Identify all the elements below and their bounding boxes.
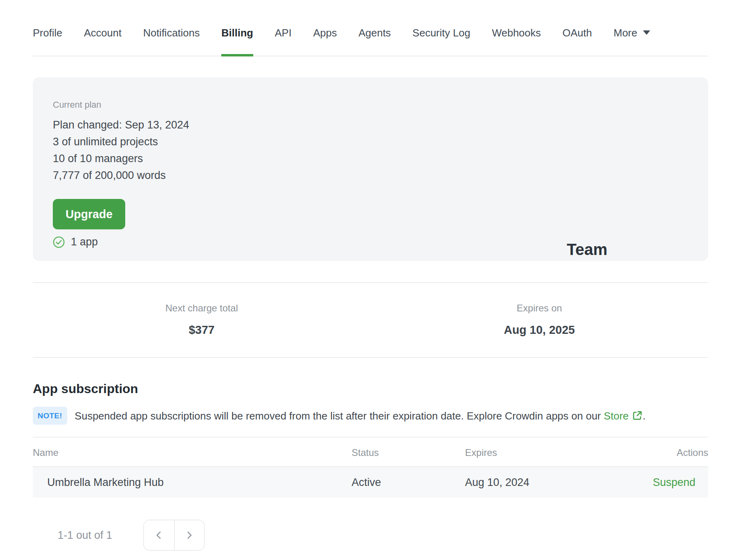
tab-billing-label: Billing (221, 27, 253, 39)
app-name-cell: Umbrella Marketing Hub (33, 476, 352, 489)
header-expires: Expires (465, 438, 633, 466)
apps-summary-label: 1 app (71, 236, 98, 248)
tab-account[interactable]: Account (84, 26, 122, 56)
table-header-row: Name Status Expires Actions (33, 438, 708, 467)
next-charge-label: Next charge total (33, 302, 371, 314)
subscription-note: NOTE! Suspended app subscriptions will b… (33, 407, 708, 425)
next-charge-value: $377 (33, 323, 371, 337)
pagination: 1-1 out of 1 (33, 520, 708, 551)
tab-profile[interactable]: Profile (33, 26, 62, 56)
store-link[interactable]: Store (604, 410, 629, 422)
chevron-left-icon (154, 531, 163, 540)
chevron-right-icon (185, 531, 194, 540)
tab-more[interactable]: More (613, 26, 650, 56)
tab-security-log[interactable]: Security Log (413, 26, 471, 56)
active-tab-underline (221, 54, 253, 56)
tab-billing[interactable]: Billing (221, 26, 253, 56)
managers-usage: 10 of 10 managers (53, 150, 708, 167)
chevron-down-icon (643, 30, 650, 35)
billing-settings-page: Profile Account Notifications Billing AP… (0, 0, 739, 551)
pager-button-group (143, 520, 205, 551)
tab-webhooks[interactable]: Webhooks (492, 26, 541, 56)
table-row: Umbrella Marketing Hub Active Aug 10, 20… (33, 467, 708, 498)
next-charge-column: Next charge total $377 (33, 302, 371, 337)
expires-label: Expires on (371, 302, 708, 314)
note-text-after: . (643, 410, 645, 422)
tab-apps[interactable]: Apps (313, 26, 337, 56)
tab-notifications[interactable]: Notifications (143, 26, 200, 56)
previous-page-button[interactable] (144, 520, 174, 550)
billing-summary-row: Next charge total $377 Expires on Aug 10… (33, 282, 708, 358)
external-link-icon[interactable] (632, 410, 643, 421)
note-text-before: Suspended app subscriptions will be remo… (75, 410, 604, 422)
check-circle-icon (53, 236, 65, 248)
header-name: Name (33, 438, 352, 466)
header-status: Status (352, 438, 465, 466)
tab-oauth[interactable]: OAuth (563, 26, 592, 56)
words-usage: 7,777 of 200,000 words (53, 167, 708, 184)
plan-name: Team (567, 241, 607, 258)
tab-api[interactable]: API (275, 26, 292, 56)
next-page-button[interactable] (174, 520, 204, 550)
suspend-link[interactable]: Suspend (653, 476, 695, 488)
header-actions: Actions (633, 438, 708, 466)
pagination-summary: 1-1 out of 1 (58, 529, 112, 542)
plan-changed-date: Plan changed: Sep 13, 2024 (53, 116, 708, 133)
note-badge: NOTE! (33, 407, 67, 425)
current-plan-label: Current plan (53, 100, 708, 110)
current-plan-card: Current plan Plan changed: Sep 13, 2024 … (33, 77, 708, 261)
expires-value: Aug 10, 2025 (371, 323, 708, 337)
app-expires-cell: Aug 10, 2024 (465, 476, 633, 489)
note-text: Suspended app subscriptions will be remo… (75, 409, 646, 423)
app-subscription-title: App subscription (33, 381, 708, 396)
apps-summary-row: 1 app (53, 236, 708, 248)
upgrade-button[interactable]: Upgrade (53, 199, 125, 229)
settings-tab-bar: Profile Account Notifications Billing AP… (33, 0, 708, 56)
expires-column: Expires on Aug 10, 2025 (371, 302, 708, 337)
projects-usage: 3 of unlimited projects (53, 133, 708, 150)
app-status-cell: Active (352, 476, 465, 489)
tab-agents[interactable]: Agents (358, 26, 391, 56)
app-subscription-table: Name Status Expires Actions Umbrella Mar… (33, 437, 708, 498)
tab-more-label: More (613, 27, 637, 39)
